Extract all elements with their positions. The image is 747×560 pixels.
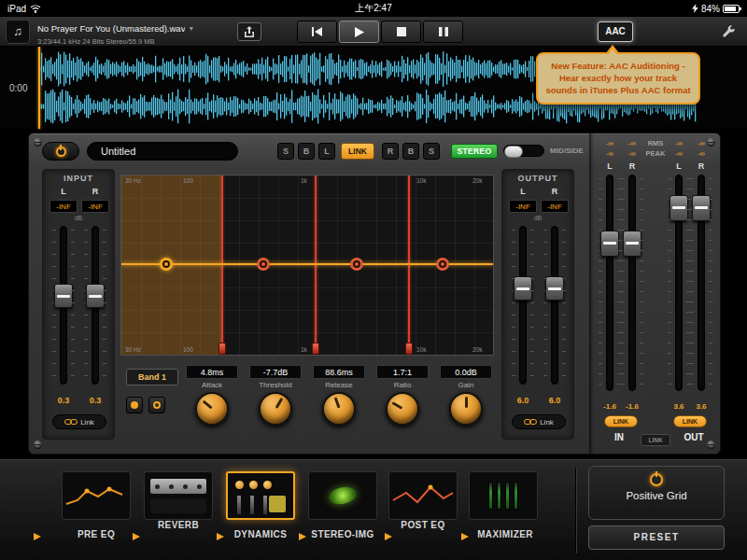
output-panel: OUTPUT L R -INF -INF dB 6.0 6.0 Link xyxy=(501,169,574,440)
pause-icon xyxy=(439,27,448,36)
release-knob[interactable] xyxy=(322,392,356,426)
band-selector-button[interactable]: Band 1 xyxy=(126,369,178,385)
output-gain-right: 6.0 xyxy=(541,396,569,405)
crossover-handle-1[interactable] xyxy=(218,343,226,355)
peak-in-left: -∞ xyxy=(606,149,613,158)
knob-needle xyxy=(391,401,402,410)
chain-label-post-eq: POST EQ xyxy=(401,520,444,530)
crossover-line-1 xyxy=(221,175,223,355)
fader-handle[interactable] xyxy=(514,276,532,301)
ratio-label: Ratio xyxy=(373,381,432,389)
module-maximizer[interactable] xyxy=(469,471,538,520)
music-note-icon: ♫ xyxy=(13,24,22,38)
crossover-handle-3[interactable] xyxy=(405,343,413,355)
channel-key-left[interactable]: L xyxy=(318,143,335,160)
channel-link-button[interactable]: LINK xyxy=(341,143,374,160)
output-right-label: R xyxy=(552,187,558,196)
input-link-button[interactable]: Link xyxy=(52,414,106,429)
output-link-button[interactable]: Link xyxy=(512,414,566,429)
module-reverb[interactable] xyxy=(144,471,213,520)
in-right-label: R xyxy=(629,161,636,171)
chain-link-icon xyxy=(64,418,78,426)
io-link-button[interactable]: LINK xyxy=(641,434,670,446)
output-left-label: L xyxy=(520,187,526,196)
share-button[interactable] xyxy=(237,22,261,41)
module-post-eq[interactable] xyxy=(388,471,458,520)
stereo-mode-badge[interactable]: STEREO xyxy=(451,144,498,159)
in-label: IN xyxy=(614,432,624,442)
fader-handle[interactable] xyxy=(54,284,73,308)
threshold-label: Threshold xyxy=(246,381,305,389)
wrench-icon xyxy=(721,24,737,40)
fader-track xyxy=(519,226,527,385)
multiband-eq-graph[interactable]: 30 Hz 100 1k 10k 20k 30 Hz 100 1k 10k 20… xyxy=(120,175,494,356)
preset-button[interactable]: PRESET xyxy=(588,525,725,550)
aac-audition-button[interactable]: AAC xyxy=(598,21,633,42)
dynamics-thumbnail xyxy=(235,481,272,489)
settings-button[interactable] xyxy=(717,21,740,42)
crossover-handle-2[interactable] xyxy=(312,343,319,355)
charging-bolt-icon xyxy=(692,4,698,13)
fader-handle[interactable] xyxy=(692,195,711,221)
app-root: iPad 上午2:47 84% ♫ No Prayer For You (Unm… xyxy=(0,0,747,560)
clock: 上午2:47 xyxy=(0,2,747,15)
chevron-down-icon: ▾ xyxy=(190,24,193,33)
input-right-label: R xyxy=(92,187,99,196)
track-selector[interactable]: No Prayer For You (Unmastered).wav ▾ 3:2… xyxy=(37,20,232,46)
band1-node[interactable] xyxy=(160,258,173,271)
module-dynamics-selected[interactable] xyxy=(226,471,295,520)
preset-name-field[interactable]: Untitled xyxy=(87,142,238,161)
knob-needle xyxy=(275,398,283,409)
channel-key-bypass-right[interactable]: B xyxy=(402,143,419,160)
threshold-knob[interactable] xyxy=(259,392,292,426)
module-stereo-imager[interactable] xyxy=(308,471,377,520)
transport-controls xyxy=(297,21,463,43)
fader-handle[interactable] xyxy=(669,195,688,221)
band2-node[interactable] xyxy=(257,258,270,271)
rms-label: RMS xyxy=(648,139,664,147)
master-in-fader-left xyxy=(599,175,621,397)
band-solo-button[interactable] xyxy=(126,397,143,413)
maximizer-thumbnail xyxy=(488,482,518,510)
channel-key-right[interactable]: R xyxy=(382,143,399,160)
link-label: Link xyxy=(80,418,94,427)
input-fader-left xyxy=(52,226,75,390)
band3-node[interactable] xyxy=(350,258,363,271)
reverb-thumbnail xyxy=(150,479,206,494)
gain-value: 0.0dB xyxy=(440,365,492,379)
brand-name: Positive Grid xyxy=(626,490,686,501)
attack-knob[interactable] xyxy=(195,392,229,426)
toggle-knob[interactable] xyxy=(504,146,523,158)
in-link-button[interactable]: LINK xyxy=(604,415,638,427)
channel-key-solo-left[interactable]: S xyxy=(277,143,294,160)
skip-to-start-button[interactable] xyxy=(297,21,337,43)
fader-handle[interactable] xyxy=(600,231,619,257)
channel-key-solo-right[interactable]: S xyxy=(423,143,440,160)
play-button[interactable] xyxy=(339,21,379,43)
pause-button[interactable] xyxy=(423,21,463,43)
flow-arrow-icon xyxy=(133,533,140,540)
out-gain-left: 3.6 xyxy=(673,402,684,411)
gain-knob[interactable] xyxy=(449,392,483,426)
rms-in-right: -∞ xyxy=(628,139,636,147)
fader-handle[interactable] xyxy=(86,284,105,308)
fader-handle[interactable] xyxy=(623,231,641,257)
out-link-button[interactable]: LINK xyxy=(673,415,707,427)
module-pre-eq[interactable] xyxy=(62,471,131,520)
master-power-button[interactable] xyxy=(42,142,79,161)
song-library-button[interactable]: ♫ xyxy=(6,20,30,44)
stop-button[interactable] xyxy=(381,21,421,43)
fader-handle[interactable] xyxy=(545,276,564,301)
output-title: OUTPUT xyxy=(502,174,573,183)
ios-status-bar: iPad 上午2:47 84% xyxy=(0,0,747,17)
mastering-unit: Untitled S B L LINK R B S STEREO MID/SID… xyxy=(28,133,721,455)
knob-needle xyxy=(202,399,212,409)
ratio-knob[interactable] xyxy=(386,392,419,426)
stereo-midside-toggle[interactable] xyxy=(503,145,544,157)
top-toolbar: ♫ No Prayer For You (Unmastered).wav ▾ 3… xyxy=(0,17,747,47)
playhead-cursor[interactable] xyxy=(38,47,40,129)
channel-key-bypass-left[interactable]: B xyxy=(298,143,315,160)
crossover-line-2 xyxy=(315,175,317,355)
band-bypass-button[interactable] xyxy=(148,397,165,413)
band4-node[interactable] xyxy=(436,258,449,271)
